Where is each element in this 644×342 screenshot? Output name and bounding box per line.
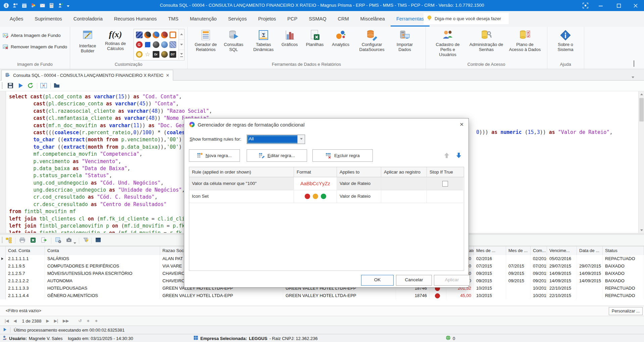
skin-stripes[interactable] [136, 32, 143, 38]
document-tab[interactable]: Consulta SQL - 00004 - CONSULTA LANÇAMEN… [1, 70, 173, 81]
skin-blue-orange[interactable] [153, 32, 159, 38]
grid-col-com-[interactable]: Com... [531, 246, 547, 255]
screen-fit-button[interactable] [579, 0, 592, 11]
cancel-button[interactable]: Cancelar [396, 275, 432, 286]
cell[interactable]: 2.1.1.1.1.1 [6, 255, 45, 262]
cell[interactable]: 07/2015 [531, 262, 547, 270]
planilhas-button[interactable]: Planilhas [303, 28, 327, 47]
skin-red-g[interactable]: G [136, 41, 143, 48]
cell[interactable]: 02/2016 [474, 255, 506, 262]
rules-for-combo[interactable]: All [247, 135, 305, 144]
grid-col-c0[interactable] [0, 246, 6, 255]
refresh-icon[interactable] [28, 83, 34, 90]
tab-crm[interactable]: CRM [332, 11, 355, 27]
tab-recursos-humanos[interactable]: Recursos Humanos [108, 11, 162, 27]
remover-imagem-button[interactable]: Rotinas de Cálculos Remover Imagem de Fu… [3, 42, 67, 51]
customize-button[interactable]: Personalizar ... [609, 307, 643, 315]
skin-darkred[interactable] [161, 32, 168, 38]
row-indicator[interactable] [0, 270, 6, 277]
sql-line[interactable]: cast(cl.razaosocial_cliente as varchar(4… [9, 108, 221, 115]
tab-ações[interactable]: Ações [4, 11, 29, 27]
graficos-button[interactable]: Gráficos [279, 28, 301, 47]
cell[interactable]: 10/2015 [531, 292, 547, 299]
cell[interactable]: 29/07/2015 [547, 262, 577, 270]
toolbar-grip[interactable] [2, 83, 3, 89]
cell[interactable]: 2.1.1.1.3.3 [6, 285, 45, 292]
grid-settings-icon[interactable] [55, 237, 61, 244]
tab-list-dropdown-icon[interactable] [632, 74, 634, 80]
cell[interactable] [577, 292, 603, 299]
tell-me-box[interactable]: Diga-me o que você deseja fazer [424, 13, 509, 24]
cell[interactable]: 2.1.2.1.2.2 [6, 277, 45, 285]
cell[interactable]: 29/07/2015 [577, 262, 603, 270]
cell[interactable]: REPACTUADO [603, 285, 644, 292]
cell[interactable]: 02/2016 [531, 255, 547, 262]
gallery-dropdown[interactable] [179, 50, 184, 60]
split-view-icon[interactable] [40, 83, 47, 90]
editor-scrollbar[interactable] [638, 91, 644, 233]
delete-rule-button[interactable]: Excluir regra [312, 149, 373, 162]
tabelas-dinamicas-button[interactable]: Σ Tabelas Dinâmicas [249, 28, 278, 52]
move-rule-down-icon[interactable] [454, 151, 463, 160]
cell[interactable]: AUTONOMA [45, 277, 160, 285]
scroll-down-icon[interactable] [639, 227, 644, 233]
analytics-button[interactable]: Analytics [328, 28, 353, 47]
nav-fast-icon[interactable]: ▶▶ [63, 319, 69, 323]
cell[interactable]: 07/2015 [506, 262, 531, 270]
rule-row-1[interactable]: Valor da célula menor que "100" AaBbCcYy… [189, 177, 463, 190]
edit-rule-button[interactable]: Editar regra... [247, 149, 307, 162]
sql-line[interactable]: select cast(pl.cod_conta as varchar(15))… [9, 93, 221, 100]
cell[interactable]: GÊNERO ALIMENTÍCIOS [45, 292, 160, 299]
nav-cancel-icon[interactable]: ∗ [95, 319, 98, 323]
excel-icon[interactable] [30, 237, 36, 244]
cell[interactable]: MÓVEIS/UTENSÍLIOS PARA ESCRITÓRIO [45, 270, 160, 277]
skin-black-orange[interactable] [144, 32, 151, 38]
interface-builder-button[interactable]: Interface Builder [75, 28, 101, 53]
grid-col-mes-de-[interactable]: Mes de ... [474, 246, 506, 255]
importar-dados-button[interactable]: Importar Dados [391, 28, 418, 52]
cell[interactable]: 09/2015 [531, 277, 547, 285]
grid-col-status[interactable]: Status [603, 246, 644, 255]
cell[interactable]: 14/09/2015 [547, 277, 577, 285]
tab-projetos[interactable]: Projetos [252, 11, 282, 27]
skin-hatch[interactable] [169, 41, 176, 48]
configurar-datasources-button[interactable]: Configurar DataSources [355, 28, 389, 52]
cell[interactable]: GREEN VALLEY HOTEL LTDA-EPP [160, 292, 283, 299]
nav-refresh-icon[interactable]: ↺ [79, 319, 82, 323]
cell[interactable]: 45,00 [446, 292, 474, 299]
grid-col-mes-de-[interactable]: Mes de ... [506, 246, 531, 255]
cell[interactable]: GREEN VALLEY HOTEL LTDA-EPP [283, 292, 396, 299]
new-rule-button[interactable]: Nova regra... [189, 149, 240, 162]
skin-dr[interactable]: Dr [153, 51, 159, 58]
gallery-scroll-up[interactable] [179, 29, 184, 40]
execute-icon[interactable] [17, 83, 23, 90]
stop-if-true-checkbox[interactable] [442, 181, 448, 187]
cell[interactable]: HOTEL/POUSADAS [45, 285, 160, 292]
grid-col-vencime-[interactable]: Vencime... [547, 246, 577, 255]
nav-last-icon[interactable]: ▶| [54, 319, 58, 323]
scroll-up-icon[interactable] [639, 91, 644, 97]
cell[interactable]: REPACTUADO [603, 292, 644, 299]
sobre-sistema-button[interactable]: Sobre o Sistema [552, 28, 579, 52]
cell[interactable]: BAIXADO [603, 262, 644, 270]
export-file-icon[interactable] [41, 237, 47, 244]
skin-frame[interactable] [169, 32, 176, 38]
tab-serviços[interactable]: Serviços [222, 11, 253, 27]
minimize-button[interactable] [594, 0, 607, 11]
cell[interactable] [506, 292, 531, 299]
skin-blue-sphere[interactable] [161, 41, 168, 48]
toolbar-grip[interactable] [2, 237, 3, 244]
cadastro-perfis-button[interactable]: Cadastro de Perfis e Usuários [432, 28, 464, 57]
cell[interactable]: 09/2015 [474, 277, 506, 285]
cell[interactable]: BAIXADO [603, 270, 644, 277]
panel-icon[interactable] [95, 237, 101, 244]
tab-suprimentos[interactable]: Suprimentos [29, 11, 67, 27]
gallery-scroll-down[interactable] [179, 40, 184, 50]
scrollbar-thumb[interactable] [639, 98, 644, 121]
cell[interactable]: 14/09/2015 [547, 270, 577, 277]
cell[interactable]: 09/2015 [474, 270, 506, 277]
administracao-senhas-button[interactable]: Administração de Senhas [468, 28, 504, 52]
cell[interactable]: 05/02/2016 [547, 255, 577, 262]
snapshot-dropdown-icon[interactable] [73, 239, 76, 245]
skin-windows[interactable] [144, 41, 151, 48]
